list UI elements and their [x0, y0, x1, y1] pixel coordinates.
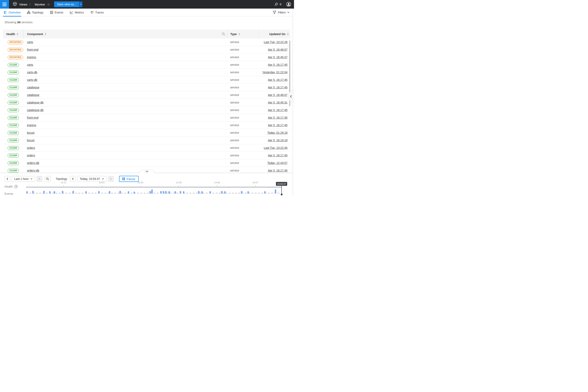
results-summary: Showing 34 services: [4, 20, 33, 24]
updated-on-link[interactable]: Last Tue, 10:22:45: [264, 146, 288, 150]
tab-metrics[interactable]: Metrics: [69, 8, 85, 16]
event-bar[interactable]: [183, 191, 184, 194]
favorite-star-icon[interactable]: ☆: [47, 3, 50, 6]
event-bar[interactable]: [163, 191, 164, 194]
chevron-down-icon: [146, 171, 148, 172]
component-link[interactable]: front-end: [27, 48, 38, 51]
tab-events[interactable]: Events: [49, 8, 64, 16]
component-link[interactable]: orders: [27, 154, 35, 157]
event-bar[interactable]: [85, 191, 87, 194]
event-bar[interactable]: [150, 191, 151, 194]
event-bar[interactable]: [264, 191, 266, 194]
updated-on-link[interactable]: Apr 5, 16:45:37: [268, 56, 288, 59]
event-bar[interactable]: [54, 191, 55, 194]
filters-button[interactable]: Filters: [273, 10, 290, 14]
event-bar[interactable]: [165, 191, 166, 194]
event-bar[interactable]: [128, 191, 129, 194]
event-bar[interactable]: [221, 191, 222, 194]
event-bar[interactable]: [72, 191, 74, 194]
updated-on-link[interactable]: Apr 5, 16:17:45: [268, 124, 288, 127]
event-bar[interactable]: [120, 191, 121, 194]
tab-topology[interactable]: Topology: [26, 8, 44, 16]
pin-icon[interactable]: [274, 2, 278, 6]
updated-on-link[interactable]: Apr 5, 16:17:45: [268, 116, 288, 119]
component-link[interactable]: orders-db: [27, 169, 39, 172]
updated-on-link[interactable]: Today, 12:43:57: [267, 161, 288, 164]
type-cell: service: [227, 154, 259, 157]
component-link[interactable]: carts: [27, 40, 33, 44]
avatar[interactable]: [286, 2, 291, 7]
table-row: DEVIATING ingress service Apr 5, 16:45:3…: [3, 54, 290, 61]
health-badge: CLEAR: [8, 86, 19, 90]
event-bar[interactable]: [62, 191, 63, 194]
collapse-timeline-button[interactable]: [140, 170, 154, 173]
component-link[interactable]: catalogue: [27, 93, 40, 96]
search-icon[interactable]: [222, 32, 225, 36]
services-table: Health Component Type Updated On DEVIATI…: [3, 30, 290, 174]
save-view-button[interactable]: Save view as...: [54, 2, 79, 7]
sort-type-button[interactable]: [238, 33, 240, 35]
event-bar[interactable]: [98, 191, 100, 194]
component-link[interactable]: catalogue: [27, 86, 40, 89]
component-link[interactable]: carts-db: [27, 78, 37, 82]
updated-on-link[interactable]: Yesterday, 01:22:04: [262, 71, 288, 74]
updated-on-link[interactable]: Apr 5, 16:17:45: [268, 78, 288, 82]
current-time-badge[interactable]: 15:03:37: [276, 182, 287, 186]
component-link[interactable]: catalogue-db: [27, 108, 44, 112]
updated-on-link[interactable]: Apr 5, 16:17:45: [268, 63, 288, 66]
header-component: Component: [27, 32, 43, 36]
tab-traces[interactable]: Traces: [90, 8, 104, 16]
timeline-chart[interactable]: 15:03:37 14:1214:2114:3014:3914:4814:57: [0, 173, 294, 196]
event-bar[interactable]: [168, 191, 170, 194]
component-link[interactable]: orders-db: [27, 161, 39, 164]
event-bar[interactable]: [248, 191, 249, 194]
updated-on-link[interactable]: Today, 01:29:18: [267, 131, 288, 134]
updated-on-link[interactable]: Apr 5, 16:19:18: [268, 139, 288, 142]
event-bar[interactable]: [241, 191, 242, 194]
sort-health-button[interactable]: [17, 33, 18, 35]
updated-on-link[interactable]: Apr 5, 16:17:45: [268, 86, 288, 89]
event-bar[interactable]: [198, 191, 200, 194]
component-link[interactable]: carts: [27, 63, 33, 66]
event-bar[interactable]: [201, 191, 203, 194]
type-cell: service: [227, 108, 259, 112]
event-bar[interactable]: [210, 191, 211, 194]
event-bar[interactable]: [174, 191, 176, 194]
health-badge: CLEAR: [8, 123, 19, 128]
event-bar[interactable]: [180, 191, 181, 194]
updated-on-link[interactable]: Apr 5, 16:17:45: [268, 108, 288, 112]
component-link[interactable]: ingress: [27, 56, 36, 59]
component-link[interactable]: locust: [27, 131, 34, 134]
sort-updated-button[interactable]: [287, 33, 289, 35]
event-bar[interactable]: [224, 191, 226, 194]
updated-on-link[interactable]: Apr 5, 16:17:45: [268, 154, 288, 157]
updated-on-link[interactable]: Apr 5, 16:46:07: [268, 93, 288, 96]
updated-on-link[interactable]: Apr 5, 16:45:31: [268, 101, 288, 104]
menu-icon[interactable]: [0, 0, 9, 8]
event-bar[interactable]: [134, 192, 135, 194]
updated-on-link[interactable]: Apr 5, 16:46:07: [268, 48, 288, 51]
component-link[interactable]: front-end: [27, 116, 38, 119]
event-bar[interactable]: [151, 190, 153, 194]
component-link[interactable]: ingress: [27, 124, 36, 127]
save-view-caret-icon[interactable]: ▾: [79, 2, 82, 7]
breadcrumb-root[interactable]: Views: [19, 3, 27, 6]
event-bar[interactable]: [275, 190, 276, 194]
event-bar[interactable]: [26, 191, 28, 194]
component-link[interactable]: carts-db: [27, 71, 37, 74]
event-bar[interactable]: [109, 191, 110, 194]
table-header: Health Component Type Updated On: [3, 30, 290, 38]
component-link[interactable]: catalogue-db: [27, 101, 44, 104]
event-bar[interactable]: [160, 191, 162, 194]
updated-on-link[interactable]: Apr 5, 16:17:45: [268, 169, 288, 172]
tab-overview[interactable]: Overview: [3, 8, 21, 16]
component-link[interactable]: locust: [27, 139, 34, 142]
event-bar[interactable]: [49, 191, 51, 194]
event-bar[interactable]: [43, 191, 45, 194]
updated-on-link[interactable]: Last Tue, 10:22:26: [264, 40, 288, 44]
sort-component-button[interactable]: [45, 33, 46, 35]
event-bar[interactable]: [32, 191, 34, 194]
component-link[interactable]: orders: [27, 146, 35, 150]
health-badge: CLEAR: [8, 63, 19, 67]
current-time-marker[interactable]: [281, 186, 282, 194]
